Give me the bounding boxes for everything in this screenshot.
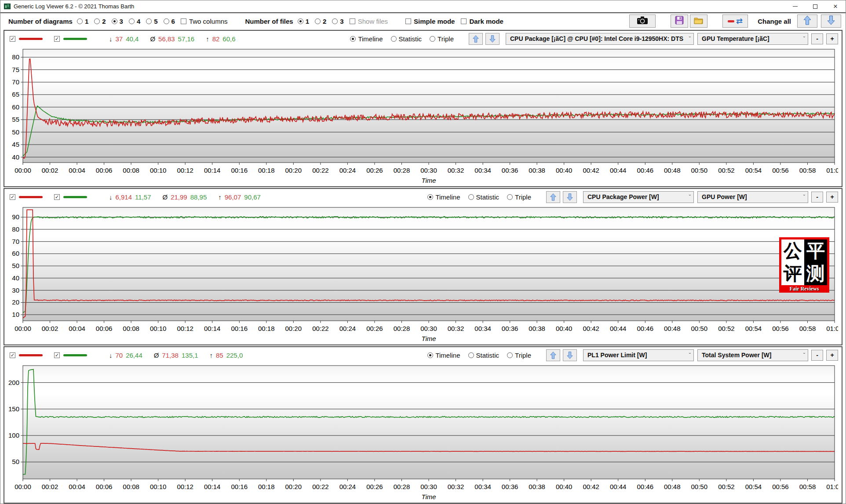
svg-text:00:44: 00:44 — [610, 483, 627, 490]
svg-text:00:06: 00:06 — [96, 167, 113, 174]
radio-selected-icon — [427, 352, 433, 358]
power-timeline-chart[interactable]: 10203040506070809000:0000:0200:0400:0600… — [4, 205, 838, 344]
shrink-panel-button[interactable]: - — [811, 33, 823, 44]
move-panel-down-button[interactable] — [563, 349, 577, 361]
show-files-checkbox[interactable]: Show files — [350, 18, 388, 25]
radio-icon — [94, 18, 100, 24]
green-series-select[interactable]: GPU Temperature [¡ãC]ˇ — [697, 33, 808, 45]
triple-radio[interactable]: Triple — [430, 35, 454, 43]
svg-text:60: 60 — [12, 103, 19, 111]
shrink-panel-button[interactable]: - — [811, 192, 823, 203]
timeline-radio[interactable]: Timeline — [427, 193, 460, 201]
statistic-radio[interactable]: Statistic — [391, 35, 422, 43]
dark-mode-checkbox[interactable]: Dark mode — [461, 18, 503, 25]
svg-text:00:34: 00:34 — [474, 483, 491, 490]
title-bar: Generic Log Viewer 6.2 - © 2021 Thomas B… — [0, 0, 846, 12]
move-panel-down-button[interactable] — [563, 191, 577, 203]
swap-series-button[interactable]: ⇄ — [722, 15, 748, 28]
maximize-icon — [813, 4, 817, 9]
change-all-down-button[interactable] — [821, 15, 841, 28]
svg-text:00:02: 00:02 — [42, 167, 58, 174]
enlarge-panel-button[interactable]: + — [826, 192, 838, 203]
svg-text:00:14: 00:14 — [204, 167, 221, 174]
green-series-select[interactable]: Total System Power [W]ˇ — [697, 349, 808, 361]
statistic-radio[interactable]: Statistic — [468, 352, 500, 359]
files-radio-2[interactable]: 2 — [315, 18, 326, 25]
red-series-select[interactable]: CPU Package Power [W]ˇ — [583, 191, 694, 203]
svg-text:20: 20 — [12, 298, 19, 306]
svg-text:75: 75 — [12, 66, 19, 73]
timeline-radio[interactable]: Timeline — [427, 352, 460, 359]
svg-text:00:02: 00:02 — [42, 483, 58, 490]
files-radio-1[interactable]: 1 — [298, 18, 309, 25]
two-columns-checkbox[interactable]: Two columns — [181, 18, 228, 25]
power-limit-timeline-chart[interactable]: 5010015020000:0000:0200:0400:0600:0800:1… — [4, 363, 838, 503]
folder-icon — [694, 16, 704, 26]
radio-selected-icon — [112, 18, 117, 24]
checkbox-icon — [350, 18, 355, 24]
svg-text:00:56: 00:56 — [772, 483, 789, 490]
series2-visible-checkbox[interactable]: ✓ — [54, 36, 60, 42]
green-series-select[interactable]: GPU Power [W]ˇ — [697, 191, 808, 203]
svg-text:00:52: 00:52 — [718, 325, 735, 332]
svg-text:00:16: 00:16 — [231, 167, 248, 174]
move-panel-down-button[interactable] — [485, 33, 500, 45]
svg-text:00:30: 00:30 — [420, 325, 437, 332]
svg-text:00:14: 00:14 — [204, 483, 221, 490]
timeline-radio[interactable]: Timeline — [350, 35, 383, 43]
minimize-button[interactable] — [785, 0, 805, 12]
arrow-down-icon — [827, 15, 835, 27]
series1-visible-checkbox[interactable]: ✓ — [10, 36, 15, 42]
green-series-swatch — [63, 196, 87, 198]
open-folder-button[interactable] — [690, 15, 707, 28]
diagrams-radio-5[interactable]: 5 — [146, 18, 157, 25]
series1-visible-checkbox[interactable]: ✓ — [10, 194, 15, 200]
diagrams-radio-4[interactable]: 4 — [129, 18, 140, 25]
series-stats: ↓3740,4 Ø56,8357,16 ↑8260,6 — [109, 35, 247, 43]
series2-visible-checkbox[interactable]: ✓ — [54, 194, 60, 200]
save-button[interactable] — [671, 15, 688, 28]
simple-mode-checkbox[interactable]: Simple mode — [405, 18, 455, 25]
maximize-button[interactable] — [805, 0, 825, 12]
svg-text:00:54: 00:54 — [745, 325, 762, 332]
svg-text:00:16: 00:16 — [231, 325, 248, 332]
diagrams-radio-3[interactable]: 3 — [112, 18, 123, 25]
svg-text:00:36: 00:36 — [502, 325, 518, 332]
svg-text:00:46: 00:46 — [637, 325, 654, 332]
camera-icon — [637, 15, 648, 27]
svg-text:00:38: 00:38 — [529, 483, 545, 490]
close-button[interactable]: × — [825, 0, 846, 12]
change-all-up-button[interactable] — [797, 15, 817, 28]
move-panel-up-button[interactable] — [546, 191, 560, 203]
max-icon: ↑ — [206, 35, 209, 43]
move-panel-up-button[interactable] — [469, 33, 483, 45]
statistic-radio[interactable]: Statistic — [468, 193, 500, 201]
series1-visible-checkbox[interactable]: ✓ — [10, 352, 15, 358]
series2-visible-checkbox[interactable]: ✓ — [54, 352, 60, 358]
svg-text:00:16: 00:16 — [231, 483, 248, 490]
files-radio-3[interactable]: 3 — [332, 18, 343, 25]
svg-text:00:58: 00:58 — [799, 325, 816, 332]
max-icon: ↑ — [218, 193, 222, 201]
series-stats: ↓7026,44 Ø71,38135,1 ↑85225,0 — [109, 352, 254, 359]
move-panel-up-button[interactable] — [546, 349, 560, 361]
svg-text:00:52: 00:52 — [718, 167, 735, 174]
svg-text:00:22: 00:22 — [312, 325, 329, 332]
triple-radio[interactable]: Triple — [507, 352, 531, 359]
diagrams-radio-1[interactable]: 1 — [77, 18, 88, 25]
green-series-swatch — [63, 354, 87, 356]
triple-radio[interactable]: Triple — [507, 193, 531, 201]
red-line-icon — [728, 20, 734, 22]
screenshot-button[interactable] — [629, 15, 656, 28]
svg-text:00:42: 00:42 — [583, 325, 599, 332]
diagrams-radio-2[interactable]: 2 — [94, 18, 106, 25]
enlarge-panel-button[interactable]: + — [826, 350, 838, 361]
red-series-select[interactable]: CPU Package [¡ãC] @ CPU [#0]: Intel Core… — [506, 33, 694, 45]
svg-text:80: 80 — [12, 225, 19, 233]
diagrams-radio-6[interactable]: 6 — [164, 18, 175, 25]
temperature-timeline-chart[interactable]: 40455055606570758000:0000:0200:0400:0600… — [4, 47, 838, 186]
enlarge-panel-button[interactable]: + — [826, 33, 838, 44]
radio-selected-icon — [427, 194, 433, 200]
shrink-panel-button[interactable]: - — [811, 350, 823, 361]
red-series-select[interactable]: PL1 Power Limit [W]ˇ — [583, 349, 694, 361]
